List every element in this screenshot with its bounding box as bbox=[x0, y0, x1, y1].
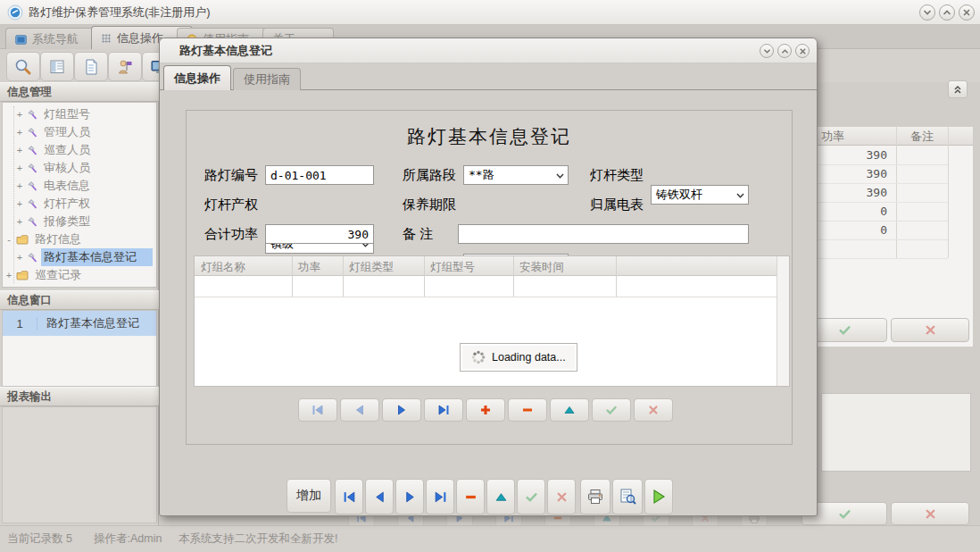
grid-col-type: 灯组类型 bbox=[349, 260, 394, 275]
person-button[interactable] bbox=[108, 52, 142, 81]
tree-item-label: 管理人员 bbox=[41, 123, 93, 141]
grid-col-divider bbox=[513, 256, 514, 297]
section-header-info-window: 信息窗口 bbox=[0, 290, 159, 310]
dialog-close-button[interactable] bbox=[795, 44, 810, 58]
expand-toggle[interactable]: + bbox=[4, 270, 14, 280]
tool-icon bbox=[27, 198, 37, 209]
expand-toggle[interactable]: + bbox=[14, 252, 25, 263]
tree-folder-lamp-info[interactable]: - 路灯信息 bbox=[4, 230, 84, 248]
grid-col-install-time: 安装时间 bbox=[519, 260, 564, 275]
total-power-input[interactable] bbox=[265, 224, 374, 244]
next-icon bbox=[403, 490, 417, 504]
detail-edit-button[interactable] bbox=[550, 398, 589, 422]
detail-confirm-button[interactable] bbox=[592, 398, 631, 422]
last-icon bbox=[434, 490, 447, 504]
tool-icon bbox=[27, 127, 37, 138]
grid-col-power: 功率 bbox=[298, 260, 320, 275]
dialog-tab-guide[interactable]: 使用指南 bbox=[233, 68, 301, 90]
tree-folder-inspection-records[interactable]: + 巡查记录 bbox=[4, 266, 84, 284]
first-icon bbox=[311, 404, 324, 416]
expand-toggle[interactable]: + bbox=[14, 127, 25, 138]
nav-next-button[interactable] bbox=[395, 479, 424, 514]
section-header-management: 信息管理 bbox=[0, 82, 159, 102]
grid-scrollbar[interactable] bbox=[777, 256, 789, 386]
print-preview-button[interactable] bbox=[612, 479, 643, 514]
close-button[interactable] bbox=[959, 4, 975, 21]
tab-label: 信息操作 bbox=[117, 30, 163, 46]
edit-record-button[interactable] bbox=[486, 479, 515, 514]
search-icon bbox=[14, 58, 32, 76]
tree-item-auditors[interactable]: + 审核人员 bbox=[14, 159, 93, 177]
dialog-tab-operation[interactable]: 信息操作 bbox=[163, 65, 231, 90]
minus-icon bbox=[464, 490, 478, 504]
road-select[interactable]: **路 bbox=[463, 165, 569, 185]
detail-cancel-button[interactable] bbox=[634, 398, 673, 422]
tool-icon bbox=[27, 163, 37, 173]
info-window-row[interactable]: 1 路灯基本信息登记 bbox=[3, 311, 156, 336]
minimize-button[interactable] bbox=[919, 4, 935, 21]
tree-item-lamp-basic-info[interactable]: + 路灯基本信息登记 bbox=[14, 248, 153, 266]
expand-toggle[interactable]: + bbox=[14, 180, 25, 191]
tree-item-inspectors[interactable]: + 巡查人员 bbox=[14, 141, 93, 159]
tree-item-label: 巡查人员 bbox=[41, 141, 93, 159]
chevron-down-icon bbox=[763, 48, 771, 54]
triangle-up-icon bbox=[494, 490, 508, 504]
bg-cell-power: 390 bbox=[818, 146, 893, 164]
cancel-record-button[interactable] bbox=[547, 479, 576, 514]
tree-item-managers[interactable]: + 管理人员 bbox=[14, 123, 93, 141]
bg-col-divider bbox=[948, 127, 949, 258]
remove-record-button[interactable] bbox=[456, 479, 485, 514]
bg-cell-power: 0 bbox=[818, 202, 893, 221]
bg-row-line bbox=[818, 164, 948, 165]
confirm-record-button[interactable] bbox=[517, 479, 545, 514]
form-button[interactable] bbox=[40, 52, 74, 81]
add-record-button[interactable]: 增加 bbox=[287, 479, 331, 513]
bg-table: 功率 备注 390 390 390 0 0 bbox=[818, 127, 973, 347]
tree-item-meter-info[interactable]: + 电表信息 bbox=[14, 177, 93, 195]
search-button[interactable] bbox=[6, 52, 40, 81]
detail-add-button[interactable] bbox=[466, 398, 505, 422]
detail-last-button[interactable] bbox=[424, 398, 463, 422]
lamp-no-input[interactable] bbox=[265, 165, 374, 185]
form-heading: 路灯基本信息登记 bbox=[186, 124, 793, 149]
bg-cancel-button-2[interactable] bbox=[891, 502, 969, 525]
tree-item-lamp-group-model[interactable]: + 灯组型号 bbox=[14, 105, 93, 123]
dialog-minimize-button[interactable] bbox=[760, 44, 774, 58]
detail-first-button[interactable] bbox=[298, 398, 337, 422]
run-button[interactable] bbox=[644, 479, 673, 514]
nav-prev-button[interactable] bbox=[365, 479, 394, 514]
maximize-button[interactable] bbox=[939, 4, 955, 21]
expand-toggle[interactable]: + bbox=[14, 109, 25, 120]
bg-row-line bbox=[818, 258, 948, 259]
bg-row-line bbox=[818, 239, 948, 240]
grid-icon bbox=[101, 33, 112, 44]
expand-toggle[interactable]: - bbox=[4, 234, 14, 245]
print-button[interactable] bbox=[580, 479, 610, 514]
detail-prev-button[interactable] bbox=[340, 398, 379, 422]
expand-toggle[interactable]: + bbox=[14, 145, 25, 155]
app-window: 路灯维护保养管理系统(非注册用户) 系统导航 信息操作 使用指南 关于 bbox=[0, 0, 980, 552]
tool-icon bbox=[27, 180, 37, 191]
detail-next-button[interactable] bbox=[382, 398, 421, 422]
remark-input[interactable] bbox=[458, 224, 749, 244]
tree-item-pole-ownership[interactable]: + 灯杆产权 bbox=[14, 195, 93, 213]
detail-remove-button[interactable] bbox=[508, 398, 547, 422]
expand-toggle[interactable]: + bbox=[14, 198, 25, 209]
prev-icon bbox=[353, 404, 366, 416]
chevron-down-icon bbox=[923, 9, 932, 16]
collapse-panel-button[interactable] bbox=[948, 80, 968, 98]
nav-last-button[interactable] bbox=[426, 479, 454, 514]
dialog-maximize-button[interactable] bbox=[777, 44, 792, 58]
play-icon bbox=[650, 488, 668, 506]
tree-item-label: 路灯信息 bbox=[32, 230, 84, 248]
tree-item-label: 报修类型 bbox=[41, 213, 93, 230]
expand-toggle[interactable]: + bbox=[14, 216, 25, 227]
dialog-tab-label: 使用指南 bbox=[244, 71, 290, 88]
bg-cancel-button[interactable] bbox=[891, 318, 969, 342]
expand-toggle[interactable]: + bbox=[14, 163, 25, 173]
pole-type-select[interactable]: 铸铁双杆 bbox=[651, 185, 749, 205]
lamp-registration-dialog: 路灯基本信息登记 信息操作 使用指南 路灯基本信息登记 路灯编号 所属路段 **… bbox=[159, 38, 818, 516]
document-button[interactable] bbox=[74, 52, 108, 81]
tree-item-repair-type[interactable]: + 报修类型 bbox=[14, 213, 93, 230]
nav-first-button[interactable] bbox=[335, 479, 363, 514]
